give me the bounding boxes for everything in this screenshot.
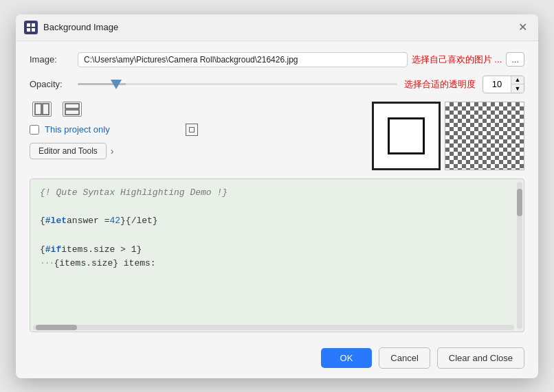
code-line-blank-2 bbox=[40, 229, 514, 243]
titlebar: Background Image ✕ bbox=[16, 14, 538, 41]
layout-icons-row bbox=[30, 102, 364, 117]
code-dots: ··· bbox=[40, 257, 54, 271]
code-if-condition: items.size > 1} bbox=[61, 243, 142, 257]
small-square-icon bbox=[186, 124, 198, 136]
close-button[interactable]: ✕ bbox=[515, 20, 530, 35]
split-horizontal-icon[interactable] bbox=[63, 102, 82, 117]
code-brace-1: { bbox=[40, 214, 45, 229]
svg-rect-1 bbox=[32, 23, 35, 27]
background-image-dialog: Background Image ✕ Image: 选择自己喜欢的图片 ... … bbox=[16, 14, 538, 378]
image-path-input[interactable] bbox=[78, 52, 408, 67]
code-brace-3: { bbox=[40, 243, 45, 257]
preview-inner-box bbox=[388, 117, 425, 154]
svg-rect-2 bbox=[27, 28, 30, 32]
opacity-label: Opacity: bbox=[30, 79, 71, 89]
preview-controls: This project only Editor and Tools › bbox=[30, 102, 364, 159]
editor-tools-button[interactable]: Editor and Tools bbox=[30, 143, 107, 159]
code-number-42: 42 bbox=[109, 214, 120, 229]
preview-pattern-image bbox=[445, 102, 524, 170]
spinner-buttons: ▲ ▼ bbox=[511, 76, 524, 93]
svg-rect-6 bbox=[65, 104, 79, 108]
this-project-only-row: This project only bbox=[30, 124, 110, 135]
svg-rect-3 bbox=[32, 28, 35, 32]
code-line-5: {#if items.size > 1} bbox=[40, 243, 514, 257]
cancel-button[interactable]: Cancel bbox=[379, 347, 430, 369]
editor-tools-row: Editor and Tools › bbox=[30, 143, 364, 159]
code-brace-2: }{/let} bbox=[120, 214, 158, 229]
clear-and-close-button[interactable]: Clear and Close bbox=[437, 347, 524, 369]
ok-button[interactable]: OK bbox=[321, 348, 373, 368]
code-line-6: ··· {items.size} items: bbox=[40, 257, 514, 271]
image-label: Image: bbox=[30, 54, 71, 65]
code-items-text: {items.size} items: bbox=[54, 257, 155, 271]
this-project-only-label: This project only bbox=[45, 124, 110, 135]
checkbox-and-square-row: This project only bbox=[30, 124, 364, 136]
dialog-title: Background Image bbox=[43, 22, 118, 32]
scrollbar-thumb-h bbox=[36, 325, 77, 330]
close-icon: ✕ bbox=[518, 21, 527, 34]
code-preview-area: {! Qute Syntax Highlighting Demo !} {#le… bbox=[30, 178, 524, 332]
image-hint-text: 选择自己喜欢的图片 ... bbox=[412, 54, 502, 66]
app-icon bbox=[24, 21, 38, 34]
code-kw-if: #if bbox=[45, 243, 61, 257]
opacity-spinner: ▲ ▼ bbox=[483, 76, 524, 93]
inner-square bbox=[189, 127, 195, 132]
vertical-scrollbar[interactable] bbox=[517, 182, 522, 329]
opacity-value-input[interactable] bbox=[483, 78, 511, 91]
code-text-answer: answer = bbox=[67, 214, 109, 229]
image-path-row: 选择自己喜欢的图片 ... ... bbox=[78, 52, 524, 67]
slider-wrapper bbox=[78, 83, 397, 85]
image-row: Image: 选择自己喜欢的图片 ... ... bbox=[30, 52, 524, 67]
code-kw-let: #let bbox=[45, 214, 67, 229]
svg-rect-5 bbox=[43, 104, 49, 115]
code-line-3: {#let answer = 42}{/let} bbox=[40, 214, 514, 229]
preview-images bbox=[372, 102, 524, 170]
slider-track bbox=[78, 83, 397, 85]
svg-rect-0 bbox=[27, 23, 30, 27]
scrollbar-thumb-v bbox=[517, 189, 522, 216]
dialog-content: Image: 选择自己喜欢的图片 ... ... Opacity: 选择合适的透… bbox=[16, 41, 538, 341]
code-line-1: {! Qute Syntax Highlighting Demo !} bbox=[40, 186, 514, 200]
svg-rect-7 bbox=[65, 110, 79, 115]
preview-image-main bbox=[372, 102, 441, 170]
spinner-up-button[interactable]: ▲ bbox=[511, 76, 524, 84]
titlebar-left: Background Image bbox=[24, 21, 118, 34]
dialog-footer: OK Cancel Clear and Close bbox=[16, 341, 538, 378]
opacity-hint-text: 选择合适的透明度 bbox=[404, 78, 476, 91]
opacity-row: Opacity: 选择合适的透明度 ▲ ▼ bbox=[30, 76, 524, 93]
code-comment-text: {! Qute Syntax Highlighting Demo !} bbox=[40, 186, 228, 200]
chevron-right-icon: › bbox=[111, 146, 114, 157]
this-project-only-checkbox[interactable] bbox=[30, 125, 39, 135]
split-vertical-icon[interactable] bbox=[32, 102, 52, 117]
spinner-down-button[interactable]: ▼ bbox=[511, 84, 524, 93]
preview-row: This project only Editor and Tools › bbox=[30, 102, 524, 170]
slider-thumb[interactable] bbox=[111, 80, 122, 89]
code-line-blank-1 bbox=[40, 200, 514, 214]
browse-button[interactable]: ... bbox=[506, 52, 524, 67]
svg-rect-4 bbox=[35, 104, 41, 115]
horizontal-scrollbar[interactable] bbox=[33, 325, 514, 330]
